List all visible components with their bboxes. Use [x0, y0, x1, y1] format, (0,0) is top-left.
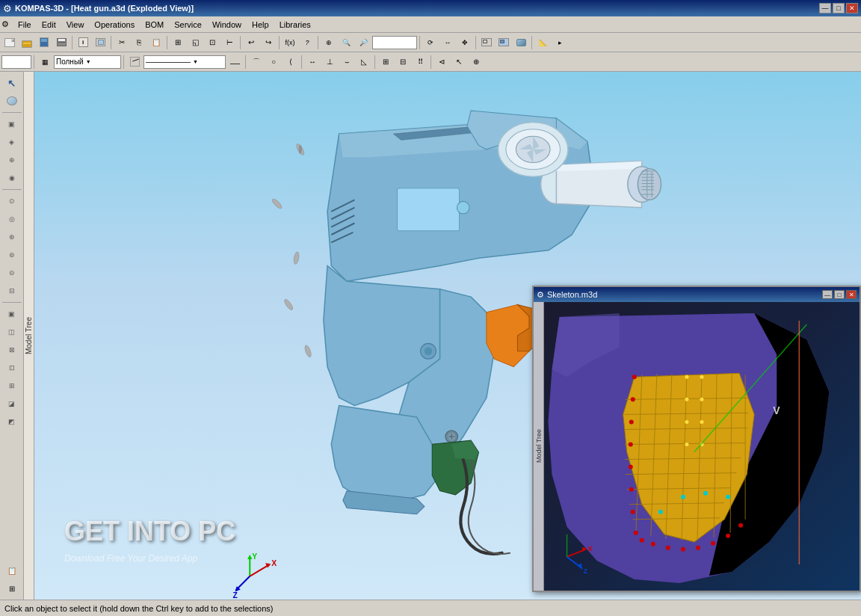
new-button[interactable]: [1, 34, 18, 51]
sidebar-icon-13[interactable]: ⊠: [4, 342, 20, 358]
measure-button[interactable]: 📐: [534, 34, 551, 51]
sidebar-bottom-icon-1[interactable]: 📋: [4, 562, 20, 579]
paste-button[interactable]: 📋: [148, 34, 164, 51]
skeleton-viewport[interactable]: Model Tree: [534, 302, 860, 591]
formula-button[interactable]: f(x): [282, 34, 298, 51]
align-left-button[interactable]: ⊲: [433, 54, 450, 70]
svg-point-68: [634, 531, 638, 535]
open-button[interactable]: [19, 34, 35, 51]
cut-button[interactable]: ✂: [114, 34, 130, 51]
status-bar: Click an object to select it (hold down …: [0, 600, 861, 616]
rotate-y-button[interactable]: ↔: [439, 34, 456, 51]
copy-button[interactable]: ⎘: [131, 34, 147, 51]
pan-button[interactable]: ✥: [457, 34, 473, 51]
circle-button[interactable]: ○: [265, 54, 282, 70]
sidebar-icon-1[interactable]: ▣: [4, 116, 20, 132]
dims-button[interactable]: ⊢: [221, 34, 238, 51]
snap-button[interactable]: ⊡: [204, 34, 220, 51]
menu-file[interactable]: File: [13, 19, 36, 31]
line-style-button[interactable]: [226, 54, 243, 70]
print-button[interactable]: [53, 34, 70, 51]
svg-point-61: [632, 375, 637, 379]
grid-button[interactable]: ⊞: [170, 34, 186, 51]
redo-button[interactable]: ↪: [260, 34, 277, 51]
sidebar-bottom-icon-2[interactable]: ⊞: [4, 580, 20, 597]
sidebar-icon-10[interactable]: ⊟: [4, 283, 20, 299]
sidebar-icon-8[interactable]: ⊜: [4, 247, 20, 263]
move-copy-button[interactable]: ⊞: [377, 54, 394, 70]
skeleton-controls: — □ ✕: [822, 290, 857, 299]
menu-service[interactable]: Service: [170, 19, 206, 31]
menu-window[interactable]: Window: [208, 19, 246, 31]
viewport[interactable]: Y X Z ⚙ Skeleton.m3d — □: [34, 72, 861, 600]
left-sidebar: ↖ ▣ ◈ ⊕ ◉ ⊙ ◎ ⊛ ⊜ ⊝ ⊟ ▣ ◫ ⊠ ⊡ ⊞ ◪ ◩ 📋 ⊞: [0, 72, 24, 600]
cursor-button[interactable]: ↖: [451, 54, 467, 70]
svg-point-77: [685, 375, 688, 379]
sidebar-icon-2[interactable]: ◈: [4, 134, 20, 150]
scale-input[interactable]: 1.0: [1, 55, 31, 69]
skeleton-maximize-button[interactable]: □: [834, 290, 845, 299]
sidebar-icon-16[interactable]: ◪: [4, 395, 20, 412]
svg-point-74: [711, 541, 715, 546]
properties-button[interactable]: i: [75, 34, 91, 51]
menu-edit[interactable]: Edit: [37, 19, 61, 31]
fillet-button[interactable]: ⌣: [339, 54, 355, 70]
arc-button[interactable]: ⌒: [248, 54, 265, 70]
sidebar-icon-17[interactable]: ◩: [4, 413, 20, 430]
sketch-dropdown[interactable]: ——————: [144, 55, 226, 69]
sidebar-icon-3[interactable]: ⊕: [4, 152, 20, 168]
sidebar-icon-5[interactable]: ⊙: [4, 193, 20, 209]
sidebar-icon-9[interactable]: ⊝: [4, 265, 20, 281]
svg-point-80: [700, 398, 703, 401]
wireframe-button[interactable]: [478, 34, 495, 51]
constrain-button[interactable]: ⊥: [321, 54, 338, 70]
sidebar-icon-rotate3d[interactable]: [4, 93, 20, 109]
skeleton-minimize-button[interactable]: —: [822, 290, 833, 299]
dimension-button[interactable]: ↔: [304, 54, 321, 70]
sidebar-icon-11[interactable]: ▣: [4, 306, 20, 322]
rotate-x-button[interactable]: ⟳: [422, 34, 439, 51]
view-mode-dropdown[interactable]: Полный: [54, 55, 121, 69]
skeleton-title: Skeleton.m3d: [547, 290, 597, 299]
toolbar2-sep-4: [301, 55, 302, 69]
menu-bom[interactable]: BOM: [141, 19, 168, 31]
skeleton-model-svg: V X Z: [544, 302, 860, 591]
maximize-button[interactable]: □: [833, 3, 845, 13]
zoom-fit-button[interactable]: ⊕: [321, 34, 337, 51]
polyline-button[interactable]: ⟨: [283, 54, 299, 70]
close-button[interactable]: ✕: [846, 3, 858, 13]
sidebar-icon-12[interactable]: ◫: [4, 324, 20, 340]
undo-button[interactable]: ↩: [243, 34, 259, 51]
help-button[interactable]: ?: [299, 34, 315, 51]
title-bar-text: KOMPAS-3D - [Heat gun.a3d (Exploded View…: [15, 4, 194, 13]
minimize-button[interactable]: —: [819, 3, 831, 13]
more-options-button[interactable]: ▸: [552, 34, 568, 51]
mirror-button[interactable]: ⊟: [395, 54, 411, 70]
title-bar-left: ⚙ KOMPAS-3D - [Heat gun.a3d (Exploded Vi…: [3, 3, 194, 14]
chamfer-button[interactable]: ◺: [356, 54, 372, 70]
skeleton-close-button[interactable]: ✕: [846, 290, 857, 299]
menu-view[interactable]: View: [62, 19, 89, 31]
sidebar-icon-select[interactable]: ↖: [4, 75, 20, 91]
svg-point-87: [703, 491, 708, 496]
menu-libraries[interactable]: Libraries: [275, 19, 315, 31]
sidebar-icon-15[interactable]: ⊞: [4, 378, 20, 394]
menu-help[interactable]: Help: [247, 19, 274, 31]
zoom-in-button[interactable]: 🔍: [338, 34, 354, 51]
sidebar-icon-4[interactable]: ◉: [4, 170, 20, 186]
solid-button[interactable]: [513, 34, 529, 51]
view3d-button[interactable]: [92, 34, 108, 51]
watermark-subtitle: Download Free Your Desired App: [64, 553, 197, 564]
sidebar-icon-7[interactable]: ⊛: [4, 229, 20, 245]
sidebar-icon-14[interactable]: ⊡: [4, 360, 20, 376]
zoom-value-input[interactable]: 0.5242: [372, 36, 417, 49]
array-button[interactable]: ⠿: [412, 54, 428, 70]
zoom-out-button[interactable]: 🔎: [355, 34, 371, 51]
layers-button[interactable]: ◱: [187, 34, 203, 51]
toolbar-separator-6: [318, 36, 318, 49]
sidebar-icon-6[interactable]: ◎: [4, 211, 20, 227]
save-button[interactable]: [36, 34, 52, 51]
shaded-button[interactable]: [496, 34, 512, 51]
menu-operations[interactable]: Operations: [90, 19, 139, 31]
snap-button2[interactable]: ⊕: [468, 54, 484, 70]
